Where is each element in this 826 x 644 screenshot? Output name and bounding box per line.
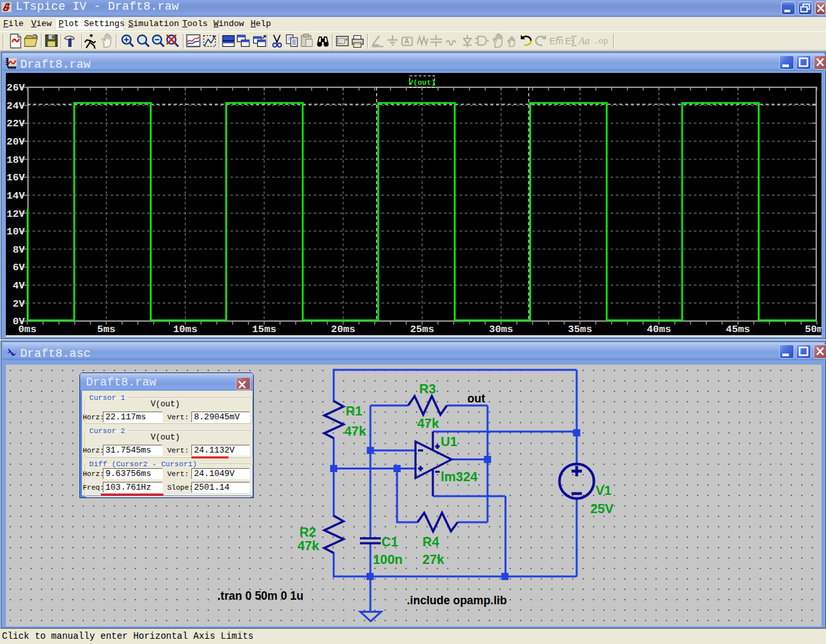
- svg-text:6V: 6V: [12, 262, 25, 273]
- svg-text:25ms: 25ms: [410, 324, 434, 335]
- svg-text:50ms: 50ms: [805, 324, 821, 335]
- svg-text:100n: 100n: [373, 552, 403, 567]
- svg-text:47k: 47k: [417, 416, 439, 430]
- svg-text:C1: C1: [381, 535, 398, 549]
- svg-text:26V: 26V: [7, 82, 25, 94]
- svg-text:2V: 2V: [12, 298, 25, 310]
- svg-text:R2: R2: [299, 525, 316, 539]
- svg-text:15ms: 15ms: [252, 324, 276, 335]
- svg-text:U1: U1: [441, 434, 458, 449]
- svg-text:20ms: 20ms: [331, 324, 355, 335]
- svg-text:V(out): V(out): [409, 78, 435, 87]
- svg-text:10V: 10V: [7, 226, 25, 238]
- svg-text:V1: V1: [596, 483, 611, 497]
- svg-text:5ms: 5ms: [97, 324, 115, 335]
- svg-text:24V: 24V: [7, 100, 25, 112]
- svg-text:22V: 22V: [7, 118, 25, 130]
- svg-text:27k: 27k: [422, 552, 445, 567]
- svg-text:R3: R3: [419, 382, 436, 396]
- svg-text:47k: 47k: [297, 539, 320, 553]
- svg-text:.op: .op: [594, 37, 608, 46]
- svg-text:Aa: Aa: [578, 35, 590, 46]
- svg-text:35ms: 35ms: [568, 324, 592, 335]
- svg-text:A: A: [404, 38, 409, 45]
- svg-text:40ms: 40ms: [647, 324, 671, 335]
- svg-text:18V: 18V: [7, 154, 25, 166]
- svg-text:R4: R4: [422, 535, 439, 549]
- svg-text:47k: 47k: [344, 424, 366, 438]
- svg-text:.tran 0 50m 0 1u: .tran 0 50m 0 1u: [217, 589, 303, 602]
- svg-text:4V: 4V: [12, 280, 25, 292]
- svg-text:10ms: 10ms: [173, 324, 197, 335]
- svg-text:8V: 8V: [12, 244, 25, 256]
- svg-text:30ms: 30ms: [489, 324, 513, 335]
- svg-text:0ms: 0ms: [18, 324, 36, 335]
- svg-text:R1: R1: [346, 404, 363, 418]
- svg-text:16V: 16V: [7, 172, 25, 184]
- svg-text:20V: 20V: [7, 136, 25, 148]
- svg-text:E: E: [565, 36, 571, 46]
- svg-text:out: out: [467, 392, 485, 405]
- svg-text:45ms: 45ms: [726, 324, 750, 335]
- svg-text:14V: 14V: [7, 190, 25, 202]
- svg-text:12V: 12V: [7, 208, 25, 220]
- svg-text:lm324: lm324: [441, 469, 478, 484]
- svg-text:25V: 25V: [590, 501, 614, 516]
- svg-text:.include opamp.lib: .include opamp.lib: [407, 594, 507, 607]
